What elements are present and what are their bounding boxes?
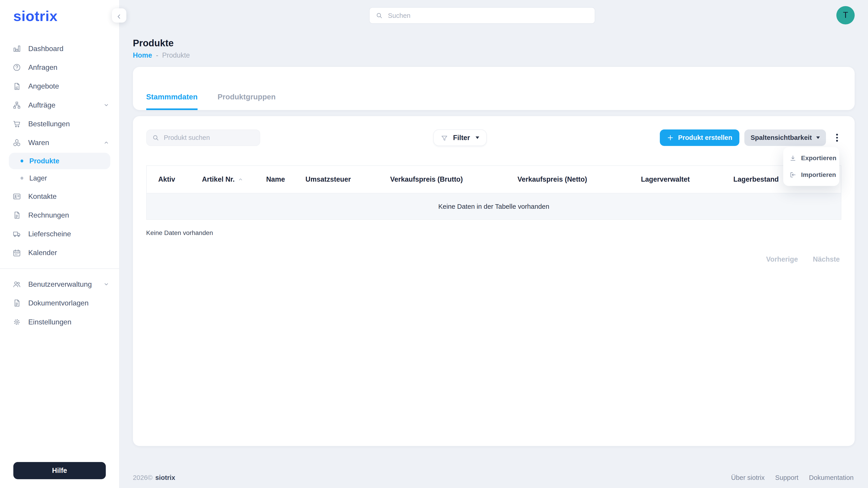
sidebar-item-label: Aufträge bbox=[28, 101, 55, 109]
sidebar-item-label: Waren bbox=[28, 138, 49, 147]
sidebar-item-label: Lager bbox=[29, 174, 47, 182]
breadcrumb: Home - Produkte bbox=[133, 51, 855, 59]
sidebar-item-kontakte[interactable]: Kontakte bbox=[0, 187, 119, 206]
brand-logo: siotrix bbox=[13, 8, 119, 24]
global-search-input[interactable] bbox=[388, 12, 588, 20]
users-icon bbox=[13, 280, 21, 289]
sidebar-item-label: Angebote bbox=[28, 82, 59, 90]
chevron-up-icon bbox=[103, 140, 109, 145]
sidebar-item-produkte[interactable]: Produkte bbox=[9, 153, 110, 169]
global-search[interactable] bbox=[369, 7, 595, 24]
column-header-name[interactable]: Name bbox=[266, 175, 305, 183]
filter-button[interactable]: Filter bbox=[433, 129, 487, 146]
sidebar-item-label: Dokumentvorlagen bbox=[28, 299, 89, 307]
chevron-down-icon bbox=[103, 102, 109, 108]
sidebar-nav: Dashboard Anfragen Angebote Aufträge Bes… bbox=[0, 39, 119, 331]
footer-link-dokumentation[interactable]: Dokumentation bbox=[809, 474, 854, 482]
funnel-icon bbox=[441, 134, 448, 141]
search-icon bbox=[152, 134, 159, 141]
pagination-next-button[interactable]: Nächste bbox=[813, 255, 840, 263]
tab-produktgruppen[interactable]: Produktgruppen bbox=[217, 67, 276, 110]
sidebar-item-label: Rechnungen bbox=[28, 211, 69, 219]
sidebar-item-label: Bestellungen bbox=[28, 120, 70, 128]
breadcrumb-home-link[interactable]: Home bbox=[133, 51, 152, 59]
sidebar-item-label: Produkte bbox=[29, 157, 59, 165]
app-root: siotrix Dashboard Anfragen Angebote Auft… bbox=[0, 0, 868, 488]
pagination-previous-button[interactable]: Vorherige bbox=[766, 255, 798, 263]
sidebar-item-label: Lieferscheine bbox=[28, 230, 71, 238]
caret-down-icon bbox=[816, 136, 820, 139]
bullet-icon bbox=[21, 177, 23, 180]
sidebar-item-dashboard[interactable]: Dashboard bbox=[0, 39, 119, 58]
tabs-card: Stammmdaten Produktgruppen bbox=[133, 67, 855, 110]
avatar[interactable]: T bbox=[836, 6, 855, 24]
more-options-button[interactable] bbox=[833, 129, 841, 146]
footer-brand: siotrix bbox=[155, 474, 175, 481]
menu-item-importieren[interactable]: Importieren bbox=[783, 166, 839, 183]
sitemap-icon bbox=[13, 101, 21, 109]
sidebar-item-einstellungen[interactable]: Einstellungen bbox=[0, 313, 119, 331]
table-header-row: Aktiv Artikel Nr. Name Umsatzsteuer Verk… bbox=[147, 166, 841, 193]
filter-label: Filter bbox=[453, 134, 470, 142]
footer: 2026©siotrix Über siotrix Support Dokume… bbox=[133, 474, 854, 482]
sidebar-item-lager[interactable]: Lager bbox=[9, 170, 110, 186]
sidebar-item-anfragen[interactable]: Anfragen bbox=[0, 58, 119, 77]
invoice-icon bbox=[13, 211, 21, 219]
document-signature-icon bbox=[13, 82, 21, 91]
caret-down-icon bbox=[475, 136, 479, 139]
help-button[interactable]: Hilfe bbox=[13, 462, 106, 479]
product-search-input[interactable] bbox=[164, 134, 254, 141]
sidebar-item-kalender[interactable]: Kalender bbox=[0, 243, 119, 262]
pagination: Vorherige Nächste bbox=[146, 255, 842, 263]
column-header-verkaufspreis-brutto[interactable]: Verkaufspreis (Brutto) bbox=[390, 175, 518, 183]
sidebar-divider bbox=[0, 268, 119, 269]
column-header-aktiv[interactable]: Aktiv bbox=[158, 175, 202, 183]
gear-icon bbox=[13, 318, 21, 326]
main-content: T Produkte Home - Produkte Stammmdaten P… bbox=[120, 0, 868, 488]
cubes-icon bbox=[13, 138, 21, 147]
toolbar: Filter Produkt erstellen Spaltensichtbar… bbox=[146, 129, 842, 146]
column-header-artikel-nr[interactable]: Artikel Nr. bbox=[202, 175, 266, 183]
product-search[interactable] bbox=[146, 129, 260, 146]
column-header-umsatzsteuer[interactable]: Umsatzsteuer bbox=[305, 175, 390, 183]
more-options-menu: Exportieren Importieren bbox=[783, 147, 839, 186]
sidebar-item-label: Kalender bbox=[28, 249, 57, 257]
footer-copyright: 2026©siotrix bbox=[133, 474, 175, 482]
column-header-verkaufspreis-netto[interactable]: Verkaufspreis (Netto) bbox=[518, 175, 641, 183]
cart-icon bbox=[13, 120, 21, 128]
import-icon bbox=[789, 171, 797, 178]
sidebar-item-rechnungen[interactable]: Rechnungen bbox=[0, 206, 119, 225]
truck-icon bbox=[13, 230, 21, 238]
sidebar-item-dokumentvorlagen[interactable]: Dokumentvorlagen bbox=[0, 294, 119, 313]
sidebar: siotrix Dashboard Anfragen Angebote Auft… bbox=[0, 0, 120, 488]
sidebar-item-lieferscheine[interactable]: Lieferscheine bbox=[0, 225, 119, 243]
sidebar-item-benutzerverwaltung[interactable]: Benutzerverwaltung bbox=[0, 275, 119, 294]
search-icon bbox=[376, 12, 383, 19]
sidebar-item-angebote[interactable]: Angebote bbox=[0, 77, 119, 96]
sidebar-item-label: Anfragen bbox=[28, 63, 57, 72]
plus-icon bbox=[667, 134, 674, 141]
bullet-icon bbox=[21, 160, 23, 162]
contact-card-icon bbox=[13, 192, 21, 201]
create-product-button[interactable]: Produkt erstellen bbox=[660, 129, 740, 146]
breadcrumb-separator: - bbox=[156, 51, 158, 59]
sidebar-item-auftraege[interactable]: Aufträge bbox=[0, 96, 119, 115]
footer-year: 2026© bbox=[133, 474, 153, 481]
menu-item-exportieren[interactable]: Exportieren bbox=[783, 150, 839, 166]
sidebar-item-bestellungen[interactable]: Bestellungen bbox=[0, 115, 119, 133]
table-empty-row: Keine Daten in der Tabelle vorhanden bbox=[147, 193, 841, 220]
sort-asc-icon bbox=[238, 177, 243, 182]
column-visibility-button[interactable]: Spaltensichtbarkeit bbox=[744, 129, 826, 146]
sidebar-item-waren[interactable]: Waren bbox=[0, 133, 119, 152]
column-header-lagerverwaltet[interactable]: Lagerverwaltet bbox=[641, 175, 733, 183]
download-icon bbox=[789, 155, 797, 162]
sidebar-item-label: Einstellungen bbox=[28, 318, 71, 326]
question-circle-icon bbox=[13, 63, 21, 72]
footer-links: Über siotrix Support Dokumentation bbox=[731, 474, 854, 482]
footer-link-ueber-siotrix[interactable]: Über siotrix bbox=[731, 474, 765, 482]
no-data-text: Keine Daten vorhanden bbox=[146, 229, 842, 236]
page-title: Produkte bbox=[133, 38, 855, 48]
chevron-down-icon bbox=[103, 282, 109, 287]
tab-stammdaten[interactable]: Stammmdaten bbox=[146, 67, 198, 110]
footer-link-support[interactable]: Support bbox=[775, 474, 798, 482]
